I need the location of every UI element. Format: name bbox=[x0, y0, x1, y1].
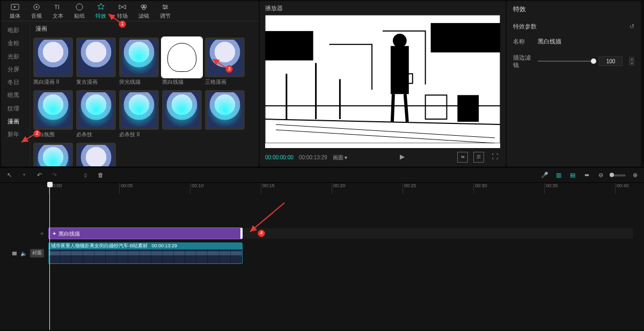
slider-label: 描边滤镜 bbox=[513, 54, 532, 69]
reset-icon[interactable]: ↺ bbox=[630, 23, 634, 30]
player-panel: 播放器 00:00:00 bbox=[260, 1, 506, 166]
mute-icon[interactable]: 🔈 bbox=[20, 250, 27, 257]
effect-thumb-0[interactable] bbox=[33, 38, 73, 77]
step-up[interactable]: ▴ bbox=[629, 57, 634, 61]
name-value: 黑白线描 bbox=[538, 38, 561, 45]
timeline-toolbar: ↖ ▾ ↶ ↷ ⎀ 🗑 🎤 ▥ ▤ ⬌ ⊖ ⊕ bbox=[0, 168, 644, 183]
effect-lane-icon[interactable]: ✧ bbox=[40, 230, 44, 237]
ruler-tick: 00:35 bbox=[544, 183, 558, 194]
svg-point-9 bbox=[166, 6, 167, 8]
zoom-slider[interactable] bbox=[610, 174, 626, 176]
effects-library-panel: 媒体 音频 TI文本 贴纸 特效 转场 滤镜 调节 电影 金粉 光影 分屏 冬日… bbox=[1, 1, 259, 166]
timecode-current: 00:00:00:00 bbox=[265, 154, 294, 161]
ruler-tick: 00:15 bbox=[261, 183, 275, 194]
effect-label-4: 三格漫画 bbox=[205, 78, 245, 87]
svg-point-2 bbox=[36, 6, 38, 8]
sparkle-icon: ✦ bbox=[52, 230, 56, 237]
effect-label-8 bbox=[162, 131, 202, 139]
tab-filter[interactable]: 滤镜 bbox=[133, 2, 155, 21]
svg-rect-13 bbox=[431, 23, 500, 53]
cat-newyear[interactable]: 新年 bbox=[1, 128, 30, 141]
effect-label-6: 必杀技 bbox=[76, 131, 116, 139]
mic-icon[interactable]: 🎤 bbox=[540, 171, 550, 180]
compare-icon[interactable]: ⇆ bbox=[457, 152, 468, 163]
redo-icon[interactable]: ↷ bbox=[49, 171, 59, 180]
cat-comic[interactable]: 漫画 bbox=[1, 115, 30, 128]
effect-label-0: 黑白漫画 II bbox=[33, 78, 73, 87]
pointer-tool[interactable]: ↖ bbox=[4, 171, 14, 180]
effect-thumb-1[interactable] bbox=[76, 38, 116, 77]
video-clip-title: 城市夜景人物微距美女街白婚纱汽车-B站素材 bbox=[51, 243, 148, 248]
effect-label-2: 荧光线描 bbox=[119, 78, 159, 87]
align-icon[interactable]: ⬌ bbox=[582, 171, 591, 180]
svg-point-15 bbox=[393, 34, 407, 48]
svg-rect-14 bbox=[391, 46, 409, 94]
fullscreen-icon[interactable]: ⛶ bbox=[489, 152, 500, 163]
tab-transition[interactable]: 转场 bbox=[112, 2, 133, 21]
zoom-out-icon[interactable]: ⊖ bbox=[596, 171, 605, 180]
effect-thumb-3[interactable] bbox=[162, 38, 202, 77]
effect-thumb-11[interactable] bbox=[76, 143, 116, 166]
cover-tag[interactable]: 封面 bbox=[30, 249, 44, 258]
effect-thumb-4[interactable] bbox=[205, 38, 245, 77]
section-title: 漫画 bbox=[30, 21, 259, 35]
aspect-menu[interactable]: 画面 ▾ bbox=[333, 154, 348, 161]
time-ruler[interactable]: 00:0000:0500:1000:1500:2000:2500:3000:35… bbox=[48, 183, 644, 194]
undo-icon[interactable]: ↶ bbox=[34, 171, 44, 180]
effect-thumb-8[interactable] bbox=[162, 90, 202, 130]
effect-lane: ✧ ✦ 黑白线描 bbox=[0, 226, 644, 240]
cat-texture[interactable]: 纹理 bbox=[1, 102, 30, 115]
cat-light[interactable]: 光影 bbox=[1, 50, 30, 63]
timeline-panel: ↖ ▾ ↶ ↷ ⎀ 🗑 🎤 ▥ ▤ ⬌ ⊖ ⊕ 00:0000:0500:100… bbox=[0, 167, 644, 330]
svg-rect-12 bbox=[265, 31, 313, 61]
video-lane: ⯀ 🔈 封面 城市夜景人物微距美女街白婚纱汽车-B站素材 00:00:13:29 bbox=[0, 242, 644, 264]
link-icon[interactable]: ▤ bbox=[568, 171, 577, 180]
playhead[interactable] bbox=[49, 183, 50, 330]
cat-movie[interactable]: 电影 bbox=[1, 24, 30, 36]
ruler-tick: 00:30 bbox=[473, 183, 487, 194]
preview-viewport[interactable] bbox=[265, 15, 500, 148]
properties-title: 特效 bbox=[513, 5, 634, 14]
cat-dark[interactable]: 暗黑 bbox=[1, 89, 30, 101]
cat-split[interactable]: 分屏 bbox=[1, 63, 30, 76]
zoom-in-icon[interactable]: ⊕ bbox=[630, 171, 640, 180]
delete-icon[interactable]: 🗑 bbox=[96, 171, 105, 180]
effect-clip-label: 黑白线描 bbox=[58, 230, 80, 237]
ratio-icon[interactable]: 原 bbox=[473, 152, 484, 163]
svg-point-8 bbox=[163, 5, 164, 6]
effect-label-3: 黑白线描 bbox=[162, 78, 202, 87]
ruler-tick: 00:20 bbox=[332, 183, 346, 194]
edge-slider[interactable] bbox=[538, 57, 594, 65]
cat-winter[interactable]: 冬日 bbox=[1, 76, 30, 89]
tab-effects[interactable]: 特效 bbox=[90, 2, 112, 21]
name-label: 名称 bbox=[513, 38, 532, 45]
tab-media[interactable]: 媒体 bbox=[4, 2, 26, 21]
tab-sticker[interactable]: 贴纸 bbox=[69, 2, 90, 21]
effect-thumb-9[interactable] bbox=[205, 90, 245, 130]
tab-text[interactable]: TI文本 bbox=[47, 2, 69, 21]
effect-thumb-7[interactable] bbox=[119, 90, 159, 130]
effect-thumb-6[interactable] bbox=[76, 90, 116, 130]
effect-clip[interactable]: ✦ 黑白线描 bbox=[48, 227, 243, 239]
step-down[interactable]: ▾ bbox=[629, 61, 634, 65]
effect-thumb-10[interactable] bbox=[33, 143, 73, 166]
library-tabs: 媒体 音频 TI文本 贴纸 特效 转场 滤镜 调节 bbox=[1, 1, 259, 21]
magnet-icon[interactable]: ▥ bbox=[554, 171, 564, 180]
category-list: 电影 金粉 光影 分屏 冬日 暗黑 纹理 漫画 新年 bbox=[1, 21, 30, 166]
tab-audio[interactable]: 音频 bbox=[26, 2, 47, 21]
cat-goldpowder[interactable]: 金粉 bbox=[1, 36, 30, 49]
split-icon[interactable]: ⎀ bbox=[80, 171, 90, 180]
slider-value[interactable]: 100 bbox=[599, 56, 623, 66]
svg-text:TI: TI bbox=[54, 4, 60, 10]
properties-panel: 特效 特效参数 ↺ 名称 黑白线描 描边滤镜 100 ▴▾ bbox=[507, 1, 641, 166]
effect-label-1: 复古漫画 bbox=[76, 78, 116, 87]
pointer-dropdown[interactable]: ▾ bbox=[19, 171, 29, 180]
tab-adjust[interactable]: 调节 bbox=[155, 2, 176, 21]
lock-icon[interactable]: ⯀ bbox=[12, 250, 17, 257]
player-title: 播放器 bbox=[260, 1, 506, 15]
effect-thumb-5[interactable] bbox=[33, 90, 73, 130]
video-clip[interactable]: 城市夜景人物微距美女街白婚纱汽车-B站素材 00:00:13:29 bbox=[48, 242, 243, 264]
effect-thumb-2[interactable] bbox=[119, 38, 159, 77]
play-button[interactable]: ▶ bbox=[397, 152, 408, 163]
svg-point-4 bbox=[76, 4, 83, 10]
